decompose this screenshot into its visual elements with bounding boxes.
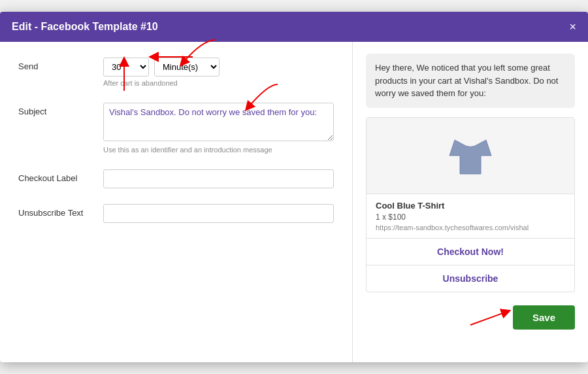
checkout-label-row: Checkout Label Checkout Now! bbox=[18, 169, 334, 188]
checkout-label-input[interactable]: Checkout Now! bbox=[103, 169, 334, 188]
unsubscribe-link[interactable]: Unsubscribe bbox=[367, 265, 574, 292]
unsubscribe-content: Unsubscribe bbox=[103, 204, 334, 223]
unsubscribe-label: Unsubscribe Text bbox=[18, 204, 103, 218]
checkout-label-content: Checkout Now! bbox=[103, 169, 334, 188]
subject-row: Subject Vishal's Sandbox. Do not worry w… bbox=[18, 103, 334, 154]
send-hint: After cart is abandoned bbox=[103, 79, 334, 87]
checkout-now-link[interactable]: Checkout Now! bbox=[367, 238, 574, 265]
product-card: Cool Blue T-Shirt 1 x $100 https://team-… bbox=[366, 117, 575, 292]
preview-message: Hey there, We noticed that you left some… bbox=[366, 54, 575, 108]
product-name: Cool Blue T-Shirt bbox=[376, 201, 565, 211]
send-controls: 30 15 60 Minute(s) Second(s) Hour(s) Day… bbox=[103, 58, 334, 76]
arrow-save-icon bbox=[464, 302, 516, 328]
send-unit-select[interactable]: Minute(s) Second(s) Hour(s) Day(s) bbox=[154, 58, 220, 76]
tshirt-image bbox=[444, 129, 497, 182]
unsubscribe-input[interactable]: Unsubscribe bbox=[103, 204, 334, 223]
subject-hint: Use this as an identifier and an introdu… bbox=[103, 146, 334, 154]
subject-textarea[interactable]: Vishal's Sandbox. Do not worry we saved … bbox=[103, 103, 334, 141]
close-button[interactable]: × bbox=[569, 21, 576, 33]
send-row: Send 30 15 60 Minute(s) Second(s) Hour(s… bbox=[18, 58, 334, 87]
right-panel: Hey there, We noticed that you left some… bbox=[353, 42, 588, 362]
checkout-label-label: Checkout Label bbox=[18, 169, 103, 183]
left-panel: Send 30 15 60 Minute(s) Second(s) Hour(s… bbox=[0, 42, 353, 362]
subject-content: Vishal's Sandbox. Do not worry we saved … bbox=[103, 103, 334, 154]
save-button[interactable]: Save bbox=[513, 305, 575, 330]
send-label: Send bbox=[18, 58, 103, 71]
send-number-select[interactable]: 30 15 60 bbox=[103, 58, 149, 76]
edit-modal: Edit - Facebook Template #10 × Send 30 1… bbox=[0, 12, 588, 362]
product-info: Cool Blue T-Shirt 1 x $100 https://team-… bbox=[367, 194, 574, 238]
subject-label: Subject bbox=[18, 103, 103, 116]
modal-header: Edit - Facebook Template #10 × bbox=[0, 12, 588, 42]
save-row: Save bbox=[366, 299, 575, 332]
modal-body: Send 30 15 60 Minute(s) Second(s) Hour(s… bbox=[0, 42, 588, 362]
product-qty: 1 x $100 bbox=[376, 212, 565, 222]
product-image-area bbox=[367, 118, 574, 194]
send-content: 30 15 60 Minute(s) Second(s) Hour(s) Day… bbox=[103, 58, 334, 87]
product-url: https://team-sandbox.tychesoftwares.com/… bbox=[376, 224, 565, 231]
unsubscribe-row: Unsubscribe Text Unsubscribe bbox=[18, 204, 334, 223]
modal-title: Edit - Facebook Template #10 bbox=[12, 21, 158, 33]
